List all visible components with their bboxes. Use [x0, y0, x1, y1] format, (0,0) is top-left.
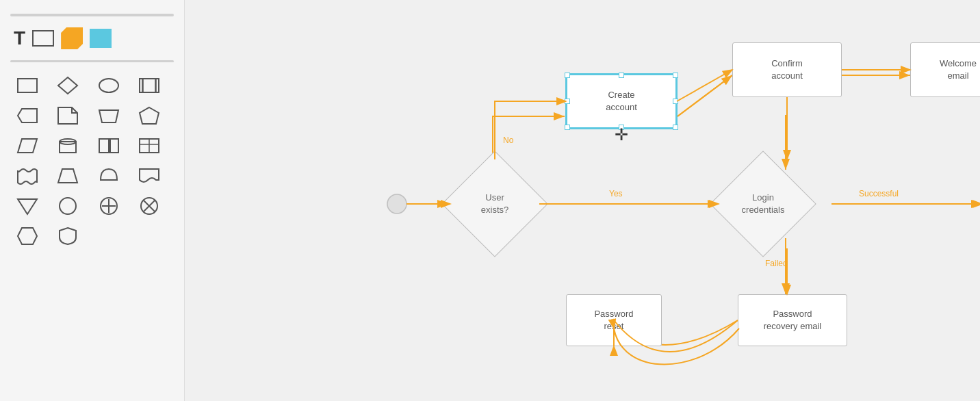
handle-tl[interactable] [565, 73, 570, 78]
svg-marker-7 [58, 107, 77, 124]
handle-mr[interactable] [673, 99, 678, 104]
node-confirm-account-label: Confirmaccount [771, 57, 803, 82]
svg-rect-4 [142, 79, 143, 92]
move-cursor-icon: ✛ [615, 123, 628, 146]
shape-circle[interactable] [54, 194, 81, 218]
svg-line-33 [678, 75, 732, 116]
rect-tool[interactable] [32, 30, 54, 47]
svg-rect-14 [110, 139, 118, 153]
node-login-credentials-label: Logincredentials [742, 192, 785, 216]
shape-circle-x[interactable] [136, 194, 163, 218]
svg-marker-10 [18, 139, 37, 153]
node-create-account[interactable]: Createaccount ✛ [566, 74, 677, 129]
shape-trapezoid[interactable] [95, 103, 122, 128]
flowchart-canvas[interactable]: Userexists? Createaccount ✛ Confirmaccou… [185, 0, 980, 401]
svg-marker-18 [58, 169, 77, 183]
node-login-credentials[interactable]: Logincredentials [719, 159, 808, 248]
sidebar-toolbar: T [10, 27, 174, 49]
shape-diamond[interactable] [54, 73, 81, 98]
shape-half-ellipse[interactable] [95, 164, 122, 188]
svg-point-20 [60, 198, 76, 214]
svg-marker-8 [99, 110, 118, 122]
svg-marker-9 [140, 107, 159, 124]
svg-point-30 [387, 196, 404, 212]
shape-pentagon[interactable] [136, 103, 163, 128]
shape-cylinder[interactable] [54, 133, 81, 158]
node-password-recovery-email[interactable]: Passwordrecovery email [738, 294, 847, 346]
node-confirm-account[interactable]: Confirmaccount [732, 42, 842, 97]
shape-triangle-down[interactable] [14, 194, 41, 218]
svg-rect-13 [99, 139, 109, 153]
handle-bl[interactable] [565, 125, 570, 130]
svg-line-41 [677, 70, 732, 101]
shape-hex[interactable] [14, 224, 41, 248]
sidebar: T [0, 0, 185, 401]
node-password-reset[interactable]: Passwordreset [566, 294, 662, 346]
svg-rect-5 [155, 79, 156, 92]
shape-rectangle[interactable] [14, 73, 41, 98]
shape-circle-plus[interactable] [95, 194, 122, 218]
handle-tm[interactable] [619, 73, 624, 78]
handle-ml[interactable] [565, 99, 570, 104]
svg-rect-0 [18, 79, 37, 92]
label-yes: Yes [609, 189, 623, 198]
shape-tool[interactable] [90, 29, 112, 48]
handle-tr[interactable] [673, 73, 678, 78]
node-welcome-email-label: Welcomeemail [940, 57, 977, 82]
shape-chevron-left[interactable] [14, 103, 41, 128]
label-no: No [503, 135, 513, 145]
node-welcome-email[interactable]: Welcomeemail [910, 42, 980, 97]
shapes-panel [10, 73, 174, 248]
node-password-reset-label: Passwordreset [594, 308, 633, 333]
node-user-exists-label: Userexists? [481, 192, 508, 216]
svg-marker-6 [18, 109, 37, 122]
handle-br[interactable] [673, 125, 678, 130]
shape-trapezoid2[interactable] [54, 164, 81, 188]
shape-shield[interactable] [54, 224, 81, 248]
sidebar-divider-top [10, 14, 174, 16]
text-tool[interactable]: T [14, 27, 25, 49]
svg-marker-27 [18, 228, 37, 244]
node-create-account-label: Createaccount [606, 89, 637, 114]
svg-point-2 [99, 79, 118, 92]
sidebar-divider-bottom [10, 60, 174, 62]
node-password-recovery-email-label: Passwordrecovery email [764, 308, 822, 333]
note-shape-tool[interactable] [61, 27, 83, 49]
shape-wave[interactable] [136, 164, 163, 188]
label-successful: Successful [859, 189, 899, 198]
label-failed: Failed [765, 259, 788, 268]
svg-marker-19 [18, 199, 37, 214]
node-user-exists[interactable]: Userexists? [450, 159, 539, 248]
shape-rect-double[interactable] [136, 73, 163, 98]
shape-ellipse[interactable] [95, 73, 122, 98]
svg-marker-1 [58, 77, 77, 94]
shape-page[interactable] [54, 103, 81, 128]
shape-wave-rect[interactable] [14, 164, 41, 188]
shape-table[interactable] [136, 133, 163, 158]
svg-point-39 [387, 194, 407, 214]
shape-rect-rounded[interactable] [95, 133, 122, 158]
shape-parallelogram[interactable] [14, 133, 41, 158]
svg-line-36 [678, 75, 732, 116]
